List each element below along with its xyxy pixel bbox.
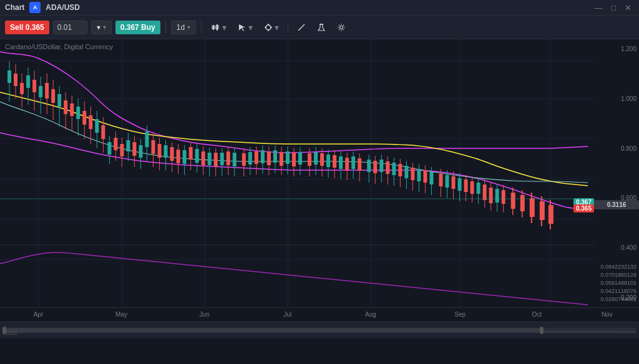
svg-rect-55: [132, 142, 136, 156]
svg-rect-97: [267, 151, 271, 165]
svg-rect-171: [511, 193, 515, 209]
svg-rect-99: [273, 150, 277, 163]
x-label-nov: Nov: [602, 311, 613, 318]
svg-rect-57: [139, 145, 142, 158]
svg-rect-137: [398, 164, 402, 176]
toolbar: Sell 0.365 ▾ 0.367 Buy 1d ▾ ▾ ▾: [0, 16, 639, 39]
step-dropdown[interactable]: ▾: [91, 21, 112, 34]
svg-rect-35: [70, 103, 74, 116]
svg-rect-23: [32, 80, 36, 92]
scrollbar-thumb[interactable]: [2, 328, 542, 333]
svg-rect-175: [530, 198, 535, 217]
svg-rect-167: [495, 189, 499, 203]
svg-rect-77: [202, 151, 205, 165]
svg-rect-125: [358, 158, 361, 171]
svg-rect-141: [411, 168, 414, 180]
sell-button[interactable]: Sell 0.365: [5, 21, 49, 34]
toolbar-sep-2: [201, 21, 202, 34]
svg-rect-159: [471, 181, 474, 194]
svg-rect-89: [242, 153, 246, 166]
draw-line-button[interactable]: [293, 21, 310, 34]
svg-rect-87: [233, 153, 237, 166]
svg-rect-151: [445, 175, 449, 188]
svg-rect-163: [483, 184, 487, 200]
svg-rect-33: [64, 100, 67, 114]
svg-rect-147: [429, 172, 433, 184]
svg-rect-119: [339, 156, 343, 169]
svg-rect-169: [502, 190, 505, 204]
svg-rect-47: [107, 142, 111, 155]
topbar-right: — □ ✕: [592, 2, 634, 14]
svg-rect-165: [489, 188, 493, 203]
y-label-1: 1.200: [597, 46, 637, 52]
sell-price-badge: 0.365: [573, 204, 594, 213]
svg-rect-13: [0, 39, 594, 245]
svg-rect-107: [298, 152, 302, 165]
svg-rect-83: [220, 153, 224, 165]
crosshair-button[interactable]: ▾: [260, 20, 283, 35]
step-input[interactable]: [53, 21, 87, 34]
svg-rect-27: [45, 83, 49, 98]
bottom-area: Apr May Jun Jul Aug Sep Oct Nov 2022: [0, 307, 639, 338]
x-label-apr: Apr: [34, 311, 44, 318]
svg-rect-173: [520, 195, 525, 211]
svg-rect-63: [158, 144, 162, 158]
y-label-6: 0.200: [597, 294, 637, 301]
scrollbar-area[interactable]: 2022: [0, 322, 639, 338]
minimize-button[interactable]: —: [592, 2, 605, 14]
app-title: Chart: [5, 3, 24, 12]
svg-rect-133: [386, 161, 389, 174]
svg-rect-121: [345, 158, 349, 170]
svg-rect-71: [183, 150, 187, 164]
svg-rect-37: [76, 107, 80, 119]
flask-button[interactable]: [313, 21, 329, 34]
symbol-name: ADA/USD: [46, 3, 80, 12]
svg-rect-39: [82, 111, 86, 125]
svg-rect-111: [314, 152, 318, 165]
close-button[interactable]: ✕: [622, 2, 634, 14]
svg-rect-43: [95, 119, 99, 133]
settings-button[interactable]: [333, 21, 349, 34]
main-chart-svg: [0, 39, 594, 307]
svg-rect-153: [452, 176, 456, 189]
maximize-button[interactable]: □: [608, 2, 618, 14]
svg-rect-65: [164, 145, 168, 158]
svg-rect-69: [177, 150, 180, 163]
svg-rect-135: [392, 163, 396, 175]
svg-rect-91: [248, 152, 252, 165]
svg-rect-149: [439, 174, 442, 186]
svg-rect-143: [417, 169, 421, 181]
svg-line-10: [298, 24, 305, 31]
svg-rect-19: [20, 83, 24, 94]
svg-rect-29: [51, 89, 55, 103]
svg-rect-93: [255, 151, 258, 164]
scrollbar-right-handle[interactable]: [540, 327, 544, 334]
svg-rect-101: [280, 152, 283, 166]
top-bar: Chart A ADA/USD — □ ✕: [0, 0, 639, 16]
svg-rect-161: [477, 183, 480, 194]
svg-rect-109: [308, 153, 311, 166]
svg-rect-95: [261, 150, 265, 163]
timeframe-dropdown[interactable]: 1d: [171, 21, 196, 34]
svg-rect-139: [404, 166, 408, 178]
svg-rect-129: [373, 161, 377, 173]
svg-rect-131: [379, 160, 383, 172]
x-label-jun: Jun: [200, 311, 210, 318]
scrollbar-track[interactable]: [2, 328, 637, 333]
svg-rect-21: [26, 75, 30, 88]
svg-rect-115: [326, 155, 330, 167]
chart-type-button[interactable]: ▾: [207, 20, 230, 35]
svg-point-12: [340, 26, 343, 29]
x-label-sep: Sep: [454, 311, 466, 318]
svg-rect-59: [145, 132, 149, 147]
svg-rect-31: [57, 94, 61, 107]
svg-rect-51: [120, 144, 124, 156]
buy-button[interactable]: 0.367 Buy: [115, 21, 160, 34]
svg-rect-105: [292, 153, 296, 166]
cursor-tool-button[interactable]: ▾: [234, 20, 256, 35]
svg-rect-113: [320, 153, 324, 166]
x-axis: Apr May Jun Jul Aug Sep Oct Nov: [0, 308, 639, 322]
svg-marker-4: [239, 24, 245, 31]
symbol-icon: A: [29, 2, 41, 13]
svg-rect-25: [39, 86, 42, 97]
